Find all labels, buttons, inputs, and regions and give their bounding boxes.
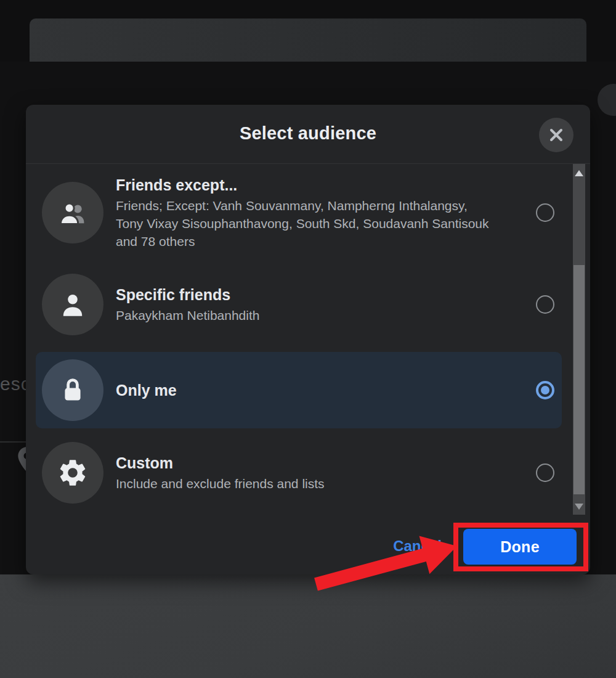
lock-icon: [42, 359, 103, 421]
background-divider: [0, 441, 26, 443]
option-description: Pakaykham Netibanhdith: [116, 306, 498, 324]
option-custom[interactable]: Custom Include and exclude friends and l…: [26, 436, 590, 510]
option-title: Only me: [116, 380, 524, 400]
option-text: Specific friends Pakaykham Netibanhdith: [116, 285, 524, 324]
dialog-header: Select audience: [26, 105, 590, 163]
option-title: Custom: [116, 453, 524, 473]
audience-options-list: Friends except... Friends; Except: Vanh …: [26, 164, 590, 515]
background-overlay-top: [0, 0, 616, 62]
option-text: Only me: [116, 380, 524, 400]
gear-icon: [42, 442, 103, 504]
radio-custom[interactable]: [536, 464, 554, 482]
option-only-me[interactable]: Only me: [36, 352, 562, 428]
done-button[interactable]: Done: [463, 529, 577, 565]
chevron-down-icon[interactable]: [575, 504, 583, 510]
radio-friends-except[interactable]: [536, 203, 554, 222]
background-dialog-panel: [30, 18, 586, 62]
option-friends-except[interactable]: Friends except... Friends; Except: Vanh …: [26, 169, 590, 256]
dialog-title: Select audience: [26, 123, 590, 144]
scrollbar-track[interactable]: [573, 164, 585, 515]
option-specific-friends[interactable]: Specific friends Pakaykham Netibanhdith: [26, 268, 590, 341]
option-description: Friends; Except: Vanh Souvanmany, Namphe…: [116, 197, 498, 250]
scrollbar-thumb[interactable]: [573, 265, 585, 494]
chevron-up-icon[interactable]: [575, 170, 583, 176]
background-page: [0, 574, 616, 678]
option-text: Custom Include and exclude friends and l…: [116, 453, 524, 492]
person-icon: [42, 274, 103, 335]
radio-only-me[interactable]: [536, 381, 554, 399]
option-text: Friends except... Friends; Except: Vanh …: [116, 175, 524, 250]
close-icon: [548, 126, 565, 144]
select-audience-dialog: Select audience Friends: [26, 105, 590, 574]
option-title: Friends except...: [116, 175, 524, 195]
cancel-button[interactable]: Cancel: [376, 536, 459, 556]
radio-specific-friends[interactable]: [536, 295, 554, 314]
friends-except-icon: [42, 182, 103, 243]
option-description: Include and exclude friends and lists: [116, 475, 498, 492]
option-title: Specific friends: [116, 285, 524, 304]
close-button[interactable]: [539, 118, 573, 152]
